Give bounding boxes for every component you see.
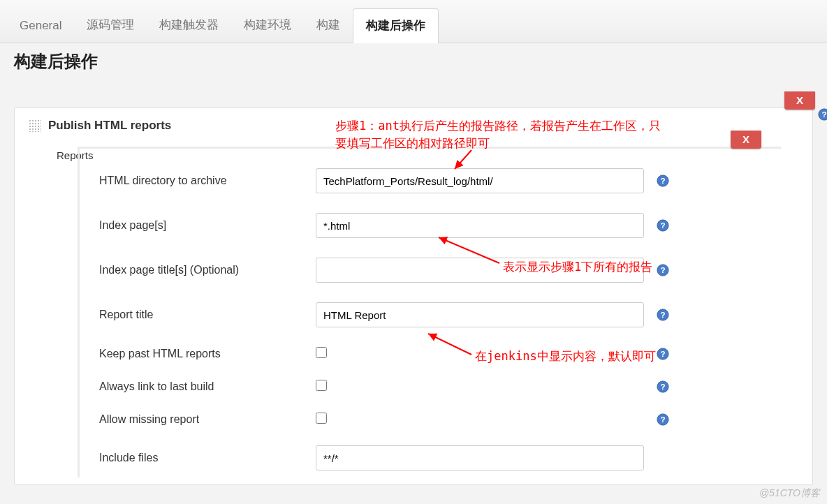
report-title-label: Report title	[99, 309, 316, 321]
html-dir-input[interactable]	[316, 168, 644, 193]
tab-scm[interactable]: 源码管理	[74, 8, 147, 43]
svg-text:?: ?	[660, 176, 665, 185]
include-files-input[interactable]	[316, 445, 644, 470]
index-page-input[interactable]	[316, 213, 644, 238]
svg-text:?: ?	[660, 265, 665, 274]
publish-html-step: X ? Publish HTML reports Reports X HTML …	[14, 108, 813, 485]
always-link-label: Always link to last build	[99, 380, 316, 393]
config-tabs: General 源码管理 构建触发器 构建环境 构建 构建后操作	[0, 0, 827, 43]
help-icon[interactable]: ?	[657, 264, 669, 276]
always-link-checkbox[interactable]	[316, 380, 327, 391]
help-icon[interactable]: ?	[657, 309, 669, 321]
keep-past-label: Keep past HTML reports	[99, 348, 316, 360]
svg-text:?: ?	[660, 381, 665, 390]
include-files-label: Include files	[99, 452, 316, 464]
help-icon[interactable]: ?	[657, 380, 669, 393]
help-icon[interactable]: ?	[657, 348, 669, 360]
delete-report-button[interactable]: X	[731, 131, 761, 149]
svg-text:?: ?	[660, 414, 665, 423]
index-title-input[interactable]	[316, 258, 644, 283]
help-icon[interactable]: ?	[818, 108, 827, 123]
drag-handle-icon[interactable]	[29, 119, 41, 132]
svg-text:?: ?	[660, 310, 665, 319]
help-icon[interactable]: ?	[657, 413, 669, 426]
help-icon[interactable]: ?	[657, 175, 669, 187]
help-icon[interactable]: ?	[657, 219, 669, 232]
html-dir-label: HTML directory to archive	[99, 175, 316, 187]
tab-general[interactable]: General	[7, 10, 74, 43]
allow-missing-label: Allow missing report	[99, 413, 316, 426]
delete-step-button[interactable]: X	[784, 91, 815, 110]
allow-missing-checkbox[interactable]	[316, 413, 327, 424]
svg-text:?: ?	[660, 348, 665, 357]
index-page-label: Index page[s]	[99, 219, 316, 232]
watermark: @51CTO博客	[759, 487, 820, 500]
tab-triggers[interactable]: 构建触发器	[147, 8, 231, 43]
reports-panel: X HTML directory to archive ? Index page…	[78, 147, 781, 477]
tab-env[interactable]: 构建环境	[231, 8, 304, 43]
reports-label: Reports	[15, 147, 78, 477]
svg-text:?: ?	[660, 221, 665, 230]
tab-postbuild[interactable]: 构建后操作	[353, 8, 439, 43]
section-title: 构建后操作	[0, 43, 827, 80]
keep-past-checkbox[interactable]	[316, 347, 327, 358]
svg-text:?: ?	[821, 110, 826, 119]
step-title: Publish HTML reports	[48, 119, 171, 133]
tab-build[interactable]: 构建	[304, 8, 353, 43]
report-title-input[interactable]	[316, 302, 644, 327]
index-title-label: Index page title[s] (Optional)	[99, 264, 316, 276]
